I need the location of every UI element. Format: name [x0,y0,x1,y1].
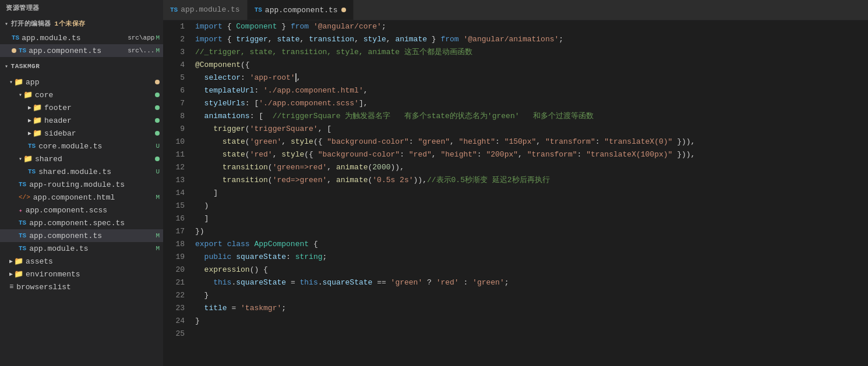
open-file-component-path: src\... [128,47,154,54]
code-lines: import { Component } from '@angular/core… [189,20,868,366]
file-shared-module[interactable]: TS shared.module.ts U [0,165,163,178]
open-editors-section[interactable]: ▾ 打开的编辑器 1个未保存 [0,16,163,31]
editor-panel: TS app.module.ts TS app.component.ts 123… [163,0,868,366]
module-ts-badge: M [156,245,160,252]
folder-footer-name: footer [44,104,155,112]
open-file-module-path: src\app [128,34,154,41]
open-file-component[interactable]: TS app.component.ts src\... M [0,44,163,57]
folder-header[interactable]: ▶ 📁 header [0,114,163,127]
folder-core[interactable]: ▾ 📁 core [0,88,163,101]
open-editors-label: 打开的编辑器 [11,19,51,28]
component-html-badge: M [156,194,160,201]
folder-footer[interactable]: ▶ 📁 footer [0,101,163,114]
core-module-name: core.module.ts [38,142,156,151]
open-file-component-badge: M [156,47,160,54]
shared-module-badge: U [156,168,160,175]
browserslist-name: browserslist [16,283,163,292]
tab-module-icon: TS [170,6,178,13]
folder-environments-name: environments [26,270,163,279]
component-scss-name: app.component.scss [26,206,163,215]
file-component-spec[interactable]: TS app.component.spec.ts [0,216,163,229]
file-browserslist[interactable]: ≡ browserslist [0,280,163,293]
taskmgr-arrow: ▾ [5,63,9,70]
footer-dot [155,105,160,110]
core-dot [155,93,160,97]
folder-sidebar[interactable]: ▶ 📁 sidebar [0,127,163,140]
taskmgr-section[interactable]: ▾ TASKMGR [0,59,163,73]
tab-module-label: app.module.ts [181,5,239,14]
tab-component-icon: TS [255,6,262,13]
tab-unsaved-dot [341,8,346,12]
component-ts-name: app.component.ts [29,232,156,240]
ts-icon: TS [28,143,36,150]
folder-app-name: app [26,78,155,87]
ts-icon: TS [28,168,36,175]
tab-module[interactable]: TS app.module.ts [163,0,248,20]
folder-app[interactable]: ▾ 📁 app [0,76,163,88]
unsaved-badge: 1个未保存 [55,19,86,28]
folder-sidebar-name: sidebar [44,129,155,138]
ts-icon: TS [12,34,19,41]
file-module-ts[interactable]: TS app.module.ts M [0,242,163,255]
sidebar: 资源管理器 ▾ 打开的编辑器 1个未保存 TS app.module.ts sr… [0,0,163,366]
ts-icon: TS [19,219,26,226]
open-file-module-name: app.module.ts [22,34,128,42]
ts-icon: TS [19,232,26,239]
taskmgr-label: TASKMGR [11,63,40,70]
html-icon: </> [19,194,30,201]
folder-environments[interactable]: ▶ 📁 environments [0,268,163,280]
line-numbers: 12345 678910 1112131415 1617181920 21222… [163,20,189,366]
arrow-icon: ▾ [5,20,9,27]
tab-component-label: app.component.ts [265,6,338,15]
list-icon: ≡ [9,283,13,291]
file-component-ts[interactable]: TS app.component.ts M [0,229,163,242]
open-file-module[interactable]: TS app.module.ts src\app M [0,31,163,44]
component-html-name: app.component.html [33,193,156,202]
main-layout: 资源管理器 ▾ 打开的编辑器 1个未保存 TS app.module.ts sr… [0,0,868,366]
shared-module-name: shared.module.ts [38,168,156,176]
routing-name: app-routing.module.ts [29,180,163,189]
open-file-module-badge: M [156,34,160,41]
file-routing[interactable]: TS app-routing.module.ts [0,178,163,191]
ts-icon: TS [19,47,26,54]
folder-header-name: header [44,116,155,125]
folder-assets[interactable]: ▶ 📁 assets [0,255,163,268]
sidebar-title: 资源管理器 [0,0,163,16]
open-file-component-name: app.component.ts [29,47,128,55]
tabs-bar: TS app.module.ts TS app.component.ts [163,0,868,20]
app-dot [155,80,160,84]
modified-indicator [12,48,16,53]
module-ts-name: app.module.ts [29,244,156,253]
core-module-badge: U [156,143,160,150]
ts-icon: TS [19,181,26,188]
file-component-html[interactable]: </> app.component.html M [0,191,163,204]
header-dot [155,118,160,123]
file-component-scss[interactable]: ✦ app.component.scss [0,204,163,216]
component-ts-badge: M [156,232,160,239]
ts-icon: TS [19,245,26,252]
shared-dot [155,157,160,161]
file-tree: ▾ 📁 app ▾ 📁 core ▶ 📁 footer [0,73,163,296]
folder-assets-name: assets [26,257,163,266]
sidebar-dot [155,131,160,136]
folder-shared[interactable]: ▾ 📁 shared [0,152,163,165]
scss-icon: ✦ [19,207,23,214]
sidebar-content: ▾ 打开的编辑器 1个未保存 TS app.module.ts src\app … [0,16,163,366]
code-editor[interactable]: 12345 678910 1112131415 1617181920 21222… [163,20,868,366]
folder-shared-name: shared [35,155,155,164]
folder-core-name: core [35,91,155,100]
file-core-module[interactable]: TS core.module.ts U [0,140,163,152]
tab-component[interactable]: TS app.component.ts [248,0,354,20]
component-spec-name: app.component.spec.ts [29,219,163,228]
